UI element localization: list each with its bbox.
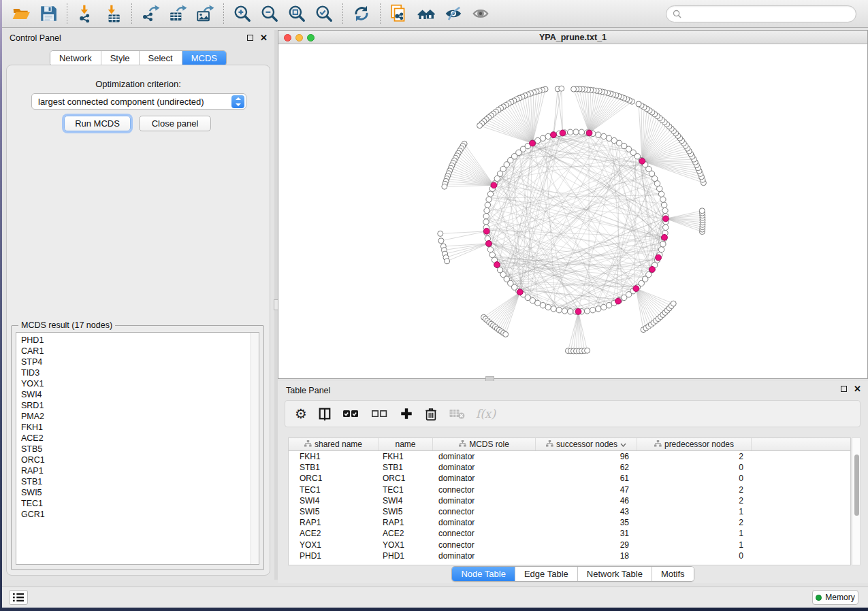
network-edges: [488, 134, 664, 310]
cell: ACE2: [289, 528, 379, 539]
table-tabs: Node TableEdge TableNetwork TableMotifs: [451, 566, 694, 582]
toolbar-separator: [67, 3, 67, 24]
mcds-result-item[interactable]: FKH1: [21, 422, 259, 433]
mcds-result-item[interactable]: ACE2: [21, 433, 259, 444]
table-row[interactable]: TEC1TEC1connector472: [289, 484, 850, 495]
table-row[interactable]: SWI4SWI4dominator462: [289, 495, 850, 506]
control-panel: Control Panel ✕ NetworkStyleSelectMCDS O…: [2, 30, 274, 580]
close-table-panel-icon[interactable]: ✕: [854, 385, 861, 393]
cell: 43: [536, 506, 637, 517]
memory-label: Memory: [825, 593, 854, 602]
mcds-result-item[interactable]: TID3: [21, 367, 259, 378]
optimization-select[interactable]: largest connected component (undirected): [31, 93, 246, 110]
tab-select[interactable]: Select: [140, 51, 182, 65]
delete-column-icon[interactable]: [424, 407, 438, 420]
save-button[interactable]: [35, 2, 62, 25]
table-tab-node-table[interactable]: Node Table: [452, 567, 515, 581]
zoom-selected-button[interactable]: [310, 2, 338, 25]
tab-network[interactable]: Network: [50, 51, 101, 65]
mcds-result-item[interactable]: TEC1: [21, 498, 259, 509]
table-row[interactable]: STB1STB1dominator620: [289, 462, 850, 473]
refresh-button[interactable]: [348, 2, 375, 25]
cell: 31: [536, 528, 637, 539]
table-row[interactable]: SWI5SWI5connector431: [289, 506, 850, 517]
node-table[interactable]: shared namenameMCDS rolesuccessor nodesp…: [288, 437, 851, 565]
mcds-result-item[interactable]: CAR1: [21, 346, 259, 357]
toolbar-buttons: [2, 2, 494, 25]
network-window-titlebar[interactable]: YPA_prune.txt_1: [278, 31, 867, 44]
table-row[interactable]: YOX1YOX1connector291: [289, 540, 850, 550]
column-header-empty: [752, 438, 850, 450]
table-tab-network-table[interactable]: Network Table: [578, 567, 652, 581]
mcds-result-item[interactable]: ORC1: [21, 455, 259, 465]
mcds-result-item[interactable]: YOX1: [21, 378, 259, 389]
float-table-panel-icon[interactable]: [841, 386, 847, 392]
cell: dominator: [433, 517, 536, 528]
cell: 0: [637, 550, 752, 561]
network-file-button[interactable]: [385, 2, 413, 25]
column-header-name[interactable]: name: [379, 438, 433, 450]
memory-button[interactable]: Memory: [812, 590, 858, 605]
close-panel-icon[interactable]: ✕: [260, 34, 268, 42]
result-scrollbar[interactable]: [251, 333, 259, 564]
table-tab-motifs[interactable]: Motifs: [652, 567, 694, 581]
mcds-result-list[interactable]: PHD1CAR1STP4TID3YOX1SWI4SRD1PMA2FKH1ACE2…: [16, 332, 259, 565]
column-settings-icon[interactable]: ⚙: [295, 407, 307, 420]
close-panel-button[interactable]: Close panel: [139, 116, 211, 131]
mcds-result-item[interactable]: SRD1: [21, 400, 259, 411]
table-row[interactable]: PHD1PHD1dominator180: [289, 550, 850, 561]
mcds-panel: Optimization criterion: largest connecte…: [6, 65, 270, 576]
table-row[interactable]: ACE2ACE2connector311: [289, 528, 850, 539]
tab-mcds[interactable]: MCDS: [182, 51, 226, 65]
column-header-successor-nodes[interactable]: successor nodes: [536, 438, 637, 450]
search-box[interactable]: [666, 5, 856, 22]
export-image-button[interactable]: [191, 2, 219, 25]
zoom-out-button[interactable]: [256, 2, 283, 25]
mcds-result-item[interactable]: STP4: [21, 357, 259, 367]
show-columns-icon[interactable]: [318, 407, 332, 420]
deselect-all-icon[interactable]: [371, 408, 389, 419]
cell: 62: [536, 462, 637, 473]
table-row[interactable]: FKH1FKH1dominator962: [289, 451, 850, 462]
export-table-button[interactable]: [164, 2, 191, 25]
mcds-result-item[interactable]: STB5: [21, 444, 259, 455]
cell: 2: [637, 484, 752, 495]
add-column-icon[interactable]: [400, 407, 413, 420]
select-all-icon[interactable]: [342, 408, 360, 419]
mcds-result-item[interactable]: STB1: [21, 476, 259, 487]
zoom-fit-button[interactable]: [283, 2, 310, 25]
column-header-predecessor-nodes[interactable]: predecessor nodes: [637, 438, 752, 450]
network-canvas[interactable]: [278, 44, 867, 378]
zoom-in-button[interactable]: [229, 2, 256, 25]
cell: connector: [433, 540, 536, 550]
mcds-result-item[interactable]: RAP1: [21, 465, 259, 476]
export-network-button[interactable]: [137, 2, 164, 25]
mcds-result-item[interactable]: GCR1: [21, 509, 259, 520]
run-mcds-button[interactable]: Run MCDS: [64, 116, 131, 131]
table-row[interactable]: ORC1ORC1dominator610: [289, 473, 850, 484]
mcds-result-item[interactable]: SWI5: [21, 487, 259, 498]
table-toolbar: ⚙f(x): [285, 400, 861, 427]
tab-style[interactable]: Style: [101, 51, 140, 65]
mcds-result-item[interactable]: PHD1: [21, 335, 259, 346]
home-button[interactable]: [413, 2, 440, 25]
column-header-shared-name[interactable]: shared name: [289, 438, 379, 450]
show-details-button[interactable]: [467, 2, 494, 25]
table-row[interactable]: RAP1RAP1dominator352: [289, 517, 850, 528]
import-network-button[interactable]: [72, 2, 99, 25]
float-panel-icon[interactable]: [247, 35, 253, 41]
mcds-result-group: MCDS result (17 nodes) PHD1CAR1STP4TID3Y…: [11, 325, 264, 570]
table-scrollbar-thumb[interactable]: [854, 455, 859, 516]
mcds-result-item[interactable]: SWI4: [21, 389, 259, 400]
table-scrollbar[interactable]: [852, 437, 861, 565]
open-button[interactable]: [7, 2, 35, 25]
hide-style-button[interactable]: [440, 2, 467, 25]
table-panel: Table Panel ✕ ⚙f(x) shared namenameMCDS …: [278, 381, 868, 583]
import-table-button[interactable]: [99, 2, 127, 25]
search-input[interactable]: [686, 10, 850, 19]
task-history-button[interactable]: [9, 590, 28, 605]
mcds-result-item[interactable]: PMA2: [21, 411, 259, 422]
table-tab-edge-table[interactable]: Edge Table: [515, 567, 578, 581]
column-header-MCDS-role[interactable]: MCDS role: [433, 438, 536, 450]
cell: 96: [536, 451, 637, 462]
